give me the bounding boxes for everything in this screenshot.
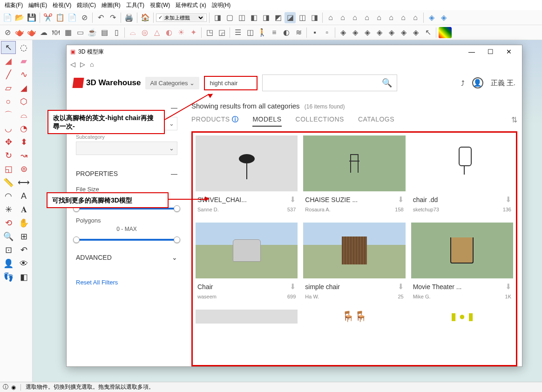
- rotate-tool[interactable]: ↻: [1, 149, 16, 162]
- followme-tool[interactable]: ↝: [16, 149, 31, 162]
- model-card[interactable]: SWIVEL_CHAI...⬇ Sanne D.537: [196, 135, 298, 217]
- zoom-ext-tool[interactable]: ⊡: [1, 243, 16, 257]
- shape-icon-1[interactable]: ⌓: [127, 27, 138, 38]
- menu-ext[interactable]: 延伸程式 (x): [173, 0, 209, 10]
- teapot-icon-2[interactable]: 🫖: [26, 27, 37, 38]
- freehand-tool[interactable]: ∿: [16, 68, 31, 81]
- tab-collections[interactable]: COLLECTIONS: [296, 115, 344, 127]
- pie-tool[interactable]: ◔: [16, 122, 31, 135]
- house-icon-7[interactable]: ⌂: [398, 12, 409, 23]
- orbit-tool[interactable]: ⟲: [1, 216, 16, 230]
- menu-file[interactable]: 檔案(F): [2, 0, 26, 10]
- model-card[interactable]: Chair⬇ waseem699: [196, 223, 298, 304]
- solid-tool-5[interactable]: ◈: [386, 27, 397, 38]
- house-icon-6[interactable]: ⌂: [386, 12, 397, 23]
- search-bar-extension[interactable]: 🔍: [262, 74, 397, 91]
- house-icon-1[interactable]: ⌂: [325, 12, 336, 23]
- category-dropdown[interactable]: All Categories⌄: [145, 77, 199, 89]
- rect-tool[interactable]: ▱: [1, 81, 16, 95]
- status-icon-1[interactable]: ⓘ: [3, 383, 8, 391]
- download-icon[interactable]: ⬇: [290, 195, 296, 204]
- shape-icon-3[interactable]: △: [151, 27, 163, 38]
- undo-icon[interactable]: ↶: [95, 12, 106, 23]
- view-icon-6[interactable]: ◩: [272, 12, 284, 23]
- redo-icon[interactable]: ↷: [107, 12, 118, 23]
- menu-draw[interactable]: 繪圖(R): [99, 0, 123, 10]
- close-button[interactable]: ✕: [500, 46, 518, 58]
- status-icon-2[interactable]: ◉: [11, 384, 16, 391]
- open-icon[interactable]: 📂: [14, 12, 25, 23]
- view-icon-7[interactable]: ◪: [285, 12, 296, 23]
- print-icon[interactable]: 🖨️: [123, 12, 135, 23]
- avatar-icon[interactable]: 👤: [472, 77, 483, 88]
- prev-view-tool[interactable]: ↶: [16, 243, 31, 257]
- view-icon-9[interactable]: ◨: [309, 12, 320, 23]
- search-input-highlight[interactable]: hight chair: [204, 76, 257, 90]
- advanced-header[interactable]: ADVANCED⌄: [76, 247, 177, 265]
- model-card[interactable]: simple chair⬇ Ha W.25: [303, 223, 405, 304]
- zoom-window-tool[interactable]: ⊞: [16, 230, 31, 243]
- select-tool[interactable]: ↖: [1, 41, 16, 54]
- tape-tool[interactable]: 📏: [1, 176, 16, 189]
- subcategory-select[interactable]: ⌄: [76, 142, 177, 155]
- menu-help[interactable]: 說明(H): [209, 0, 234, 10]
- model-card[interactable]: Movie Theater ...⬇ Mike G.1K: [411, 223, 513, 304]
- select-all-icon[interactable]: ▪: [309, 27, 320, 38]
- model-card[interactable]: chair .dd⬇ sketchup73136: [411, 135, 513, 217]
- poly-tool[interactable]: ⬡: [16, 95, 31, 108]
- download-icon[interactable]: ⬇: [398, 195, 404, 204]
- cloud-icon[interactable]: ☁: [38, 27, 49, 38]
- offset-tool[interactable]: ⊚: [16, 162, 31, 176]
- shadow-icon[interactable]: ◐: [281, 27, 292, 38]
- text-tool[interactable]: A: [16, 189, 31, 203]
- dimension-tool[interactable]: ⟷: [16, 176, 31, 189]
- upload-icon[interactable]: ⤴: [461, 79, 465, 87]
- shape-icon-4[interactable]: ◐: [163, 27, 175, 38]
- warehouse-icon[interactable]: 🏠: [140, 12, 151, 23]
- house-icon-5[interactable]: ⌂: [373, 12, 385, 23]
- shape-icon-2[interactable]: ◎: [139, 27, 150, 38]
- download-icon[interactable]: ⬇: [290, 282, 296, 291]
- menu-camera[interactable]: 鏡頭(C): [74, 0, 99, 10]
- layers-icon[interactable]: ≡: [269, 27, 280, 38]
- cursor-pick-icon[interactable]: ↖: [422, 27, 434, 38]
- cube-tool-1[interactable]: ◳: [204, 27, 215, 38]
- axes-tool[interactable]: ✳: [1, 203, 16, 216]
- move-tool[interactable]: ✥: [1, 135, 16, 149]
- minimize-button[interactable]: —: [462, 46, 481, 58]
- grid-icon[interactable]: ▦: [62, 27, 74, 38]
- cube-icon-b[interactable]: ◈: [438, 12, 449, 23]
- cut-icon[interactable]: ✂️: [42, 12, 54, 23]
- zoom-tool[interactable]: 🔍: [1, 230, 16, 243]
- properties-header[interactable]: PROPERTIES—: [76, 163, 177, 181]
- circle-slash-icon[interactable]: ⊘: [2, 27, 13, 38]
- view-icon-8[interactable]: ◫: [297, 12, 308, 23]
- arc-tool-2[interactable]: ⌓: [16, 108, 31, 122]
- teapot-icon[interactable]: 🫖: [14, 27, 25, 38]
- house-icon-8[interactable]: ⌂: [410, 12, 421, 23]
- menu-view[interactable]: 檢視(V): [50, 0, 74, 10]
- calendar-icon[interactable]: ▤: [99, 27, 110, 38]
- polygons-slider[interactable]: [76, 239, 177, 241]
- view-icon-5[interactable]: ◨: [260, 12, 271, 23]
- pan-tool[interactable]: ✋: [16, 216, 31, 230]
- protractor-tool[interactable]: ◠: [1, 189, 16, 203]
- arc-tool-3[interactable]: ◡: [1, 122, 16, 135]
- window-titlebar[interactable]: ▣ 3D 模型庫 — ☐ ✕: [67, 45, 522, 58]
- line-tool[interactable]: ╱: [1, 68, 16, 81]
- download-icon[interactable]: ⬇: [505, 195, 511, 204]
- model-card[interactable]: 🪑🪑: [303, 310, 405, 324]
- lasso-tool[interactable]: ◌: [16, 41, 31, 54]
- nav-back-icon[interactable]: ◁: [70, 61, 75, 68]
- tab-catalogs[interactable]: CATALOGS: [358, 115, 394, 127]
- shape-icon-6[interactable]: ✦: [188, 27, 199, 38]
- menu-window[interactable]: 視窗(W): [147, 0, 173, 10]
- user-name[interactable]: 正義 王.: [491, 79, 515, 88]
- eraser2-tool[interactable]: ▰: [16, 54, 31, 68]
- model-card[interactable]: [196, 310, 298, 324]
- view-icon-2[interactable]: ▢: [224, 12, 235, 23]
- cube-icon-a[interactable]: ◈: [426, 12, 437, 23]
- walk-tool[interactable]: 👣: [1, 270, 16, 284]
- download-icon[interactable]: ⬇: [505, 282, 511, 291]
- view-icon-4[interactable]: ◧: [248, 12, 259, 23]
